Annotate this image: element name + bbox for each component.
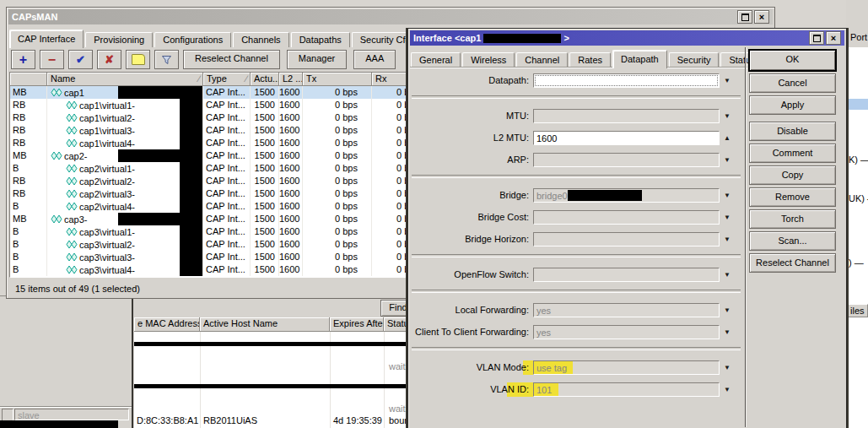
row-tx: 0 bps: [303, 99, 372, 111]
dropdown-arrow-icon[interactable]: ▲: [720, 131, 735, 145]
row-tx: 0 bps: [303, 213, 372, 225]
col-flag[interactable]: [10, 73, 47, 86]
row-tx: 0 bps: [303, 162, 372, 175]
dropdown-arrow-icon[interactable]: ▼: [720, 210, 735, 225]
port-tab[interactable]: Port: [850, 32, 867, 42]
dialog-tab-rates[interactable]: Rates: [569, 52, 611, 68]
copy-button[interactable]: Copy: [749, 165, 836, 185]
host-row-name[interactable]: RB2011UiAS: [203, 414, 257, 426]
dialog-tab-channel[interactable]: Channel: [516, 52, 568, 68]
local-forwarding-input[interactable]: yes: [533, 303, 720, 317]
wireless-interface-icon: [66, 252, 78, 262]
dialog-tab-general[interactable]: General: [411, 52, 461, 68]
dialog-title: Interface <cap1: [413, 33, 481, 43]
row-tx: 0 bps: [303, 225, 372, 238]
scan-button[interactable]: Scan...: [749, 231, 836, 251]
openflow-switch-input[interactable]: [533, 268, 720, 282]
aaa-button[interactable]: AAA: [353, 50, 396, 69]
selected-row[interactable]: [848, 99, 868, 110]
comment-button[interactable]: Comment: [749, 144, 836, 163]
row-type: CAP Int...: [203, 86, 251, 99]
tab-provisioning[interactable]: Provisioning: [85, 32, 153, 47]
row-tx: 0 bps: [303, 111, 372, 124]
disable-button[interactable]: Disable: [749, 122, 836, 141]
reselect-channel-button[interactable]: Reselect Channel: [183, 50, 280, 69]
row-type: CAP Int...: [203, 225, 251, 238]
dropdown-arrow-icon[interactable]: ▼: [720, 153, 735, 167]
host-row-status[interactable]: waiti: [389, 403, 407, 414]
row-flags: MB: [10, 213, 47, 225]
ok-button[interactable]: OK: [749, 50, 836, 71]
field-label: Bridge:: [410, 188, 533, 203]
l2-mtu-input[interactable]: 1600: [533, 131, 720, 145]
row-l2-mtu: 1600: [279, 251, 303, 263]
mtu-input[interactable]: [533, 109, 720, 123]
remove-button[interactable]: Remove: [749, 187, 836, 207]
disable-button[interactable]: ✘: [97, 50, 121, 69]
slave-field[interactable]: slave: [14, 409, 129, 420]
reselect-channel-button[interactable]: Reselect Channel: [749, 253, 836, 273]
host-row-status[interactable]: waiti: [389, 360, 407, 372]
row-l2-mtu: 1600: [279, 99, 303, 111]
tab-configurations[interactable]: Configurations: [154, 32, 231, 47]
col-l2-mtu[interactable]: L2 ...: [279, 73, 303, 86]
dropdown-arrow-icon[interactable]: ▼: [720, 303, 735, 317]
host-row-status[interactable]: boun: [389, 414, 409, 426]
restore-icon[interactable]: [809, 31, 824, 45]
manager-button[interactable]: Manager: [287, 50, 347, 69]
dialog-tab-security[interactable]: Security: [669, 52, 720, 68]
dropdown-arrow-icon[interactable]: ▼: [720, 382, 735, 397]
dropdown-arrow-icon[interactable]: ▼: [720, 360, 735, 375]
host-row-mac[interactable]: D:8C:33:B8:A1: [137, 414, 198, 426]
vlan-id-input[interactable]: 101: [533, 382, 720, 397]
close-icon[interactable]: ×: [754, 10, 769, 24]
col-mac-address[interactable]: e MAC Address: [134, 317, 200, 332]
comment-button[interactable]: [126, 50, 150, 69]
bridge-cost-input[interactable]: [533, 210, 720, 225]
bridge-input[interactable]: bridge0: [533, 188, 720, 203]
restore-icon[interactable]: [737, 10, 752, 24]
col-actual-mtu[interactable]: Actu...: [251, 73, 279, 86]
redaction-bar: [180, 238, 203, 251]
wireless-interface-icon: [66, 176, 78, 186]
dropdown-arrow-icon[interactable]: ▼: [720, 232, 735, 247]
dropdown-arrow-icon[interactable]: ▼: [720, 188, 735, 203]
bridge-horizon-input[interactable]: [533, 232, 720, 247]
row-tx: 0 bps: [303, 124, 372, 137]
tab-channels[interactable]: Channels: [233, 32, 288, 47]
col-type[interactable]: Type∕: [203, 73, 251, 86]
vlan-mode-input[interactable]: use tag: [533, 360, 720, 375]
torch-button[interactable]: Torch: [749, 209, 836, 229]
row-tx: 0 bps: [303, 251, 372, 263]
host-row-expires[interactable]: 4d 19:35:39: [330, 414, 382, 426]
remove-button[interactable]: −: [40, 50, 64, 69]
col-tx[interactable]: Tx: [303, 73, 372, 86]
cancel-button[interactable]: Cancel: [749, 73, 836, 93]
dropdown-arrow-icon[interactable]: ▼: [720, 268, 735, 282]
dialog-tab-wireless[interactable]: Wireless: [462, 52, 515, 68]
tab-cap-interface[interactable]: CAP Interface: [9, 30, 84, 48]
col-name[interactable]: Name∕: [47, 73, 203, 86]
dropdown-arrow-icon[interactable]: ▼: [720, 73, 735, 88]
add-button[interactable]: +: [11, 50, 35, 69]
col-expires-after[interactable]: Expires After: [330, 317, 384, 332]
close-icon[interactable]: ×: [826, 31, 841, 45]
client-to-client-forwarding-input[interactable]: yes: [533, 325, 720, 339]
col-active-host-name[interactable]: Active Host Name: [200, 317, 330, 332]
dialog-titlebar[interactable]: Interface <cap1 > ×: [410, 30, 844, 46]
dropdown-arrow-icon[interactable]: ▼: [720, 109, 735, 123]
redaction-bar: [180, 187, 203, 200]
capsman-title: CAPsMAN: [12, 12, 57, 22]
filter-button[interactable]: [154, 50, 179, 69]
dialog-tab-datapath[interactable]: Datapath: [612, 50, 667, 68]
capsman-titlebar[interactable]: CAPsMAN ×: [8, 9, 773, 24]
wireless-interface-icon: [66, 240, 78, 249]
row-actual-mtu: 1500: [251, 225, 279, 238]
apply-button[interactable]: Apply: [749, 95, 836, 115]
datapath-input[interactable]: [533, 73, 720, 88]
enable-button[interactable]: ✔: [68, 50, 93, 69]
arp-input[interactable]: [533, 153, 720, 167]
tab-datapaths[interactable]: Datapaths: [291, 32, 350, 47]
dropdown-arrow-icon[interactable]: ▼: [720, 325, 735, 339]
field-label: ARP:: [410, 153, 533, 167]
